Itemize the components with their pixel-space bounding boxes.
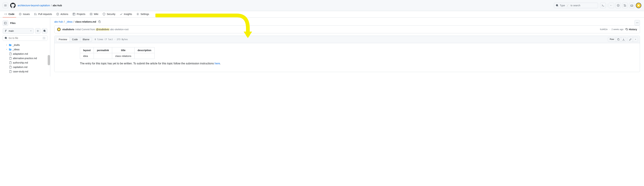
search-placeholder-pre: Type — [560, 4, 565, 7]
hamburger-button[interactable] — [3, 3, 8, 8]
edit-button[interactable] — [628, 37, 633, 42]
commit-message[interactable]: Initial Commit from @studiobvio abc-skel… — [75, 28, 128, 31]
create-new-button[interactable] — [609, 3, 614, 8]
tree-folder-drafts[interactable]: _drafts — [3, 43, 47, 47]
tree-label: adaptation.md — [13, 53, 28, 55]
edit-group — [628, 37, 638, 42]
copy-raw-button[interactable] — [616, 37, 621, 42]
tab-insights[interactable]: Insights — [118, 11, 134, 18]
more-options-button[interactable] — [634, 20, 640, 26]
file-view-box: Preview Code Blame 8 lines (7 loc) · 273… — [54, 36, 640, 72]
breadcrumb-separator: / — [51, 4, 52, 7]
svg-point-9 — [637, 23, 638, 23]
book-icon — [90, 13, 92, 16]
path-separator: / — [74, 20, 74, 23]
tab-projects[interactable]: Projects — [71, 11, 87, 18]
search-icon — [4, 37, 7, 39]
pencil-icon — [629, 38, 632, 41]
toggle-sidebar-button[interactable] — [3, 20, 8, 26]
frontmatter-table: layout permalink title description idea … — [80, 47, 154, 59]
path-root[interactable]: abc-hub — [54, 20, 63, 23]
commit-mention: @studiobvio — [96, 28, 110, 31]
edit-dropdown-button[interactable] — [633, 37, 638, 42]
svg-point-3 — [20, 14, 20, 15]
dot-separator: · — [609, 28, 610, 31]
file-icon — [9, 66, 12, 68]
tree-file[interactable]: authorship.md — [3, 61, 47, 65]
org-link[interactable]: architecture-beyond-capitalism — [18, 4, 50, 7]
issues-button[interactable] — [616, 3, 621, 8]
chevron-down-icon — [612, 5, 612, 6]
project-icon — [72, 13, 75, 16]
path-file: class-relations.md — [75, 20, 96, 23]
branch-select[interactable]: main — [3, 28, 34, 34]
notifications-button[interactable] — [629, 3, 634, 8]
tree-folder-ideas[interactable]: _ideas — [3, 47, 47, 52]
tree-label: alternative-practice.md — [13, 57, 37, 60]
here-link[interactable]: here — [214, 62, 220, 65]
search-icon — [556, 4, 558, 7]
shield-icon — [103, 13, 105, 16]
global-header: architecture-beyond-capitalism / abc-hub… — [0, 0, 644, 11]
search-tree-button[interactable] — [42, 28, 47, 34]
repo-link[interactable]: abc-hub — [53, 4, 62, 7]
plus-icon — [610, 4, 612, 7]
main: Files main t _drafts — [0, 18, 644, 76]
repo-breadcrumb: architecture-beyond-capitalism / abc-hub — [18, 4, 62, 7]
header-actions — [600, 3, 641, 8]
user-avatar[interactable] — [636, 3, 641, 8]
command-palette-button[interactable] — [600, 3, 606, 8]
history-link[interactable]: History — [625, 28, 637, 31]
tree-file[interactable]: capitalism.md — [3, 65, 47, 69]
commit-author[interactable]: studiobvio — [62, 28, 74, 31]
tree-file[interactable]: alternative-practice.md — [3, 56, 47, 61]
raw-button[interactable]: Raw — [608, 37, 616, 42]
tree-file[interactable]: case-study.md — [3, 69, 47, 74]
file-filter[interactable]: t — [3, 35, 47, 41]
history-icon — [625, 28, 628, 31]
github-logo[interactable] — [10, 3, 16, 8]
download-raw-button[interactable] — [621, 37, 626, 42]
path-dir[interactable]: _ideas — [66, 20, 72, 23]
table-header: title — [112, 47, 134, 53]
commit-author-avatar[interactable] — [57, 28, 60, 31]
code-icon — [4, 13, 7, 16]
file-icon — [9, 70, 12, 73]
table-cell: class relations — [112, 53, 134, 59]
tab-code[interactable]: Code — [3, 11, 16, 18]
path-separator: / — [64, 20, 65, 23]
tab-settings[interactable]: Settings — [135, 11, 151, 18]
tab-code-view[interactable]: Code — [70, 37, 80, 42]
body-paragraph: The entry for this topic has yet to be w… — [80, 62, 633, 65]
tab-wiki[interactable]: Wiki — [88, 11, 100, 18]
tab-actions[interactable]: Actions — [55, 11, 70, 18]
file-path-breadcrumb: abc-hub / _ideas / class-relations.md — [54, 20, 640, 23]
copy-path-button[interactable] — [98, 20, 101, 23]
tab-preview[interactable]: Preview — [56, 37, 70, 42]
search-placeholder-post: to search — [570, 4, 580, 7]
pull-requests-button[interactable] — [622, 3, 628, 8]
copy-icon — [98, 20, 101, 23]
chevron-down-icon — [634, 38, 636, 40]
global-search[interactable]: Type / to search — [554, 3, 598, 8]
svg-point-8 — [636, 23, 637, 23]
issue-icon — [19, 13, 22, 16]
tree-label: capitalism.md — [13, 66, 28, 68]
tab-pull-requests[interactable]: Pull requests — [32, 11, 54, 18]
git-pull-request-icon — [34, 13, 37, 16]
add-file-button[interactable] — [35, 28, 40, 34]
kebab-icon — [636, 21, 638, 24]
latest-commit-box: studiobvio Initial Commit from @studiobv… — [54, 26, 640, 33]
view-mode-segment: Preview Code Blame — [56, 37, 92, 42]
scrollbar-thumb[interactable] — [48, 55, 50, 65]
tab-security[interactable]: Security — [101, 11, 117, 18]
tree-file[interactable]: adaptation.md — [3, 52, 47, 56]
commit-sha[interactable]: fcd462e — [600, 28, 608, 31]
svg-point-1 — [618, 5, 618, 6]
tab-issues[interactable]: Issues — [17, 11, 32, 18]
table-cell — [94, 53, 112, 59]
file-icon — [9, 57, 12, 60]
folder-icon — [9, 44, 12, 46]
file-filter-input[interactable] — [9, 37, 41, 39]
tab-blame[interactable]: Blame — [80, 37, 92, 42]
